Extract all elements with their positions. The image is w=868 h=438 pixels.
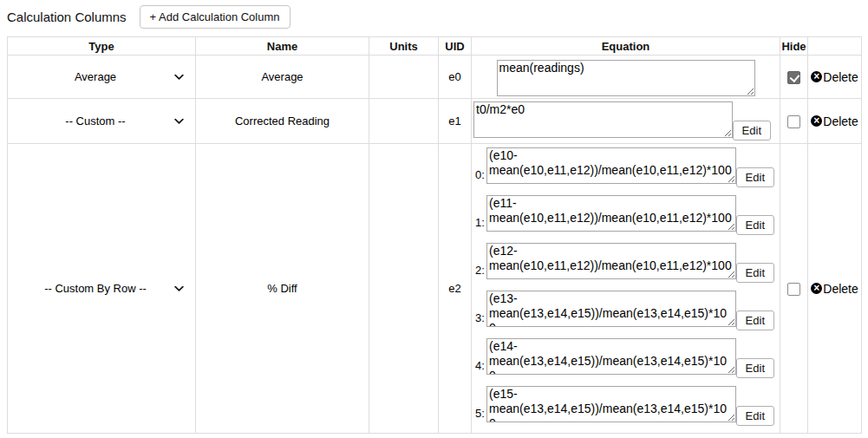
table-header-row: Type Name Units UID Equation Hide [8, 37, 862, 56]
name-cell: Corrected Reading [196, 99, 369, 144]
uid-cell: e0 [439, 56, 472, 99]
name-cell: Average [196, 56, 369, 99]
row-index-label: 4: [475, 359, 485, 372]
type-cell: Average [8, 56, 196, 99]
row-index-label: 1: [475, 216, 485, 229]
row-equation-item: 1: (e11-mean(e10,e11,e12))/mean(e10,e11,… [473, 195, 778, 232]
actions-cell: Delete [808, 99, 862, 144]
uid-cell: e1 [439, 99, 472, 144]
equation-input[interactable]: (e11-mean(e10,e11,e12))/mean(e10,e11,e12… [486, 195, 736, 232]
delete-button[interactable]: Delete [811, 114, 858, 128]
equation-input[interactable]: (e13-mean(e13,e14,e15))/mean(e13,e14,e15… [486, 291, 736, 327]
page-title: Calculation Columns [7, 10, 127, 24]
delete-button[interactable]: Delete [811, 282, 858, 296]
row-equations-list: 0: (e10-mean(e10,e11,e12))/mean(e10,e11,… [472, 144, 780, 433]
hide-cell [780, 56, 808, 99]
edit-equation-button[interactable]: Edit [736, 406, 774, 426]
row-index-label: 0: [475, 168, 485, 181]
row-equation-item: 0: (e10-mean(e10,e11,e12))/mean(e10,e11,… [473, 147, 778, 184]
circle-x-icon [811, 115, 822, 127]
uid-cell: e2 [439, 144, 472, 434]
row-index-label: 3: [475, 311, 485, 324]
units-cell [369, 144, 439, 434]
edit-equation-button[interactable]: Edit [736, 311, 774, 330]
equation-input[interactable]: (e10-mean(e10,e11,e12))/mean(e10,e11,e12… [486, 147, 736, 184]
delete-button[interactable]: Delete [811, 70, 858, 84]
equation-input[interactable]: mean(readings) [497, 60, 755, 96]
equation-input[interactable]: (e15-mean(e13,e14,e15))/mean(e13,e14,e15… [486, 386, 736, 422]
equation-input[interactable]: (e12-mean(e10,e11,e12))/mean(e10,e11,e12… [486, 243, 736, 279]
name-cell: % Diff [196, 144, 369, 434]
actions-cell: Delete [808, 56, 862, 99]
type-select[interactable]: -- Custom By Row -- [13, 280, 190, 297]
edit-equation-button[interactable]: Edit [736, 358, 774, 378]
delete-button-label: Delete [823, 282, 858, 296]
edit-equation-button[interactable]: Edit [733, 121, 771, 141]
row-equation-item: 2: (e12-mean(e10,e11,e12))/mean(e10,e11,… [473, 243, 778, 279]
delete-button-label: Delete [823, 70, 858, 84]
delete-button-label: Delete [823, 114, 858, 128]
edit-equation-button[interactable]: Edit [736, 167, 774, 187]
circle-x-icon [811, 71, 822, 82]
type-select[interactable]: -- Custom -- [13, 113, 190, 129]
units-cell [369, 99, 439, 144]
equation-input[interactable]: t0/m2*e0 [473, 101, 733, 138]
equation-input[interactable]: (e14-mean(e13,e14,e15))/mean(e13,e14,e15… [486, 338, 736, 375]
type-select-wrap: Average [13, 69, 190, 85]
column-header-equation: Equation [472, 37, 780, 56]
actions-cell: Delete [808, 144, 862, 434]
row-equation-item: 3: (e13-mean(e13,e14,e15))/mean(e13,e14,… [473, 291, 778, 327]
column-header-hide: Hide [780, 37, 808, 56]
calculation-columns-header: Calculation Columns + Add Calculation Co… [0, 0, 868, 36]
table-row-average: Average Average e0 mean(readings) [8, 56, 862, 99]
edit-equation-button[interactable]: Edit [736, 215, 774, 235]
hide-checkbox[interactable] [787, 283, 800, 296]
type-cell: -- Custom -- [8, 99, 196, 144]
row-index-label: 2: [475, 264, 485, 277]
equation-cell: mean(readings) [472, 56, 780, 99]
type-cell: -- Custom By Row -- [8, 144, 196, 434]
row-equation-item: 4: (e14-mean(e13,e14,e15))/mean(e13,e14,… [473, 338, 778, 375]
column-header-uid: UID [439, 37, 472, 56]
row-equation-item: 5: (e15-mean(e13,e14,e15))/mean(e13,e14,… [473, 386, 778, 422]
circle-x-icon [811, 283, 822, 294]
column-header-name: Name [196, 37, 369, 56]
hide-checkbox[interactable] [787, 115, 800, 128]
hide-cell [780, 144, 808, 434]
column-header-units: Units [369, 37, 439, 56]
edit-equation-button[interactable]: Edit [736, 263, 774, 283]
units-cell [369, 56, 439, 99]
column-header-actions [808, 37, 862, 56]
hide-cell [780, 99, 808, 144]
table-row-custom-by-row: -- Custom By Row -- % Diff e2 0: (e10-me… [8, 144, 862, 434]
equation-cell: 0: (e10-mean(e10,e11,e12))/mean(e10,e11,… [472, 144, 780, 434]
row-index-label: 5: [475, 407, 485, 420]
type-select-wrap: -- Custom -- [13, 113, 190, 129]
calculation-columns-table: Type Name Units UID Equation Hide Averag… [7, 36, 862, 434]
type-select-wrap: -- Custom By Row -- [13, 280, 190, 297]
table-row-custom: -- Custom -- Corrected Reading e1 t0/m2*… [8, 99, 862, 144]
type-select[interactable]: Average [13, 69, 190, 85]
equation-cell: t0/m2*e0 Edit [472, 99, 780, 144]
hide-checkbox[interactable] [787, 71, 800, 84]
column-header-type: Type [8, 37, 196, 56]
add-calculation-column-button[interactable]: + Add Calculation Column [140, 5, 290, 29]
